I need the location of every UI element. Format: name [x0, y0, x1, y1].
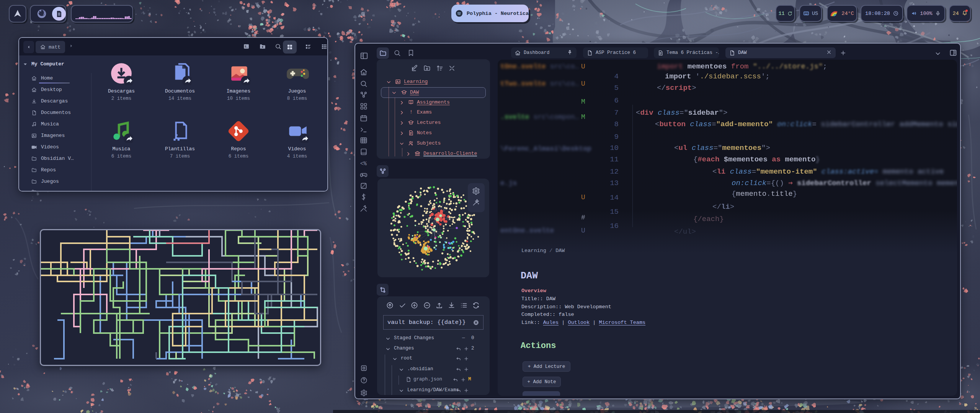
- svg-text:<%: <%: [360, 161, 367, 167]
- svg-text:$_: $_: [245, 45, 248, 48]
